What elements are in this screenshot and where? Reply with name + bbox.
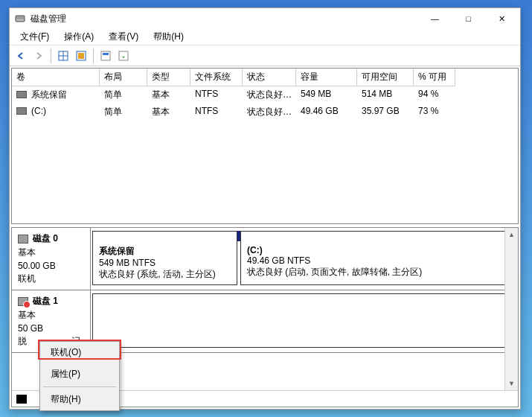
vol-layout: 简单 <box>100 86 147 104</box>
vol-free: 35.97 GB <box>357 104 414 121</box>
toolbar <box>10 45 520 66</box>
forward-button[interactable] <box>31 48 47 64</box>
menu-view[interactable]: 查看(V) <box>101 29 146 45</box>
part-b-status: 状态良好 (启动, 页面文件, 故障转储, 主分区) <box>247 266 507 278</box>
maximize-button[interactable]: □ <box>452 8 485 29</box>
col-percent[interactable]: % 可用 <box>414 69 455 86</box>
partition-c[interactable]: (C:) 49.46 GB NTFS 状态良好 (启动, 页面文件, 故障转储,… <box>240 231 513 285</box>
properties-button[interactable] <box>97 48 114 64</box>
vol-cap: 49.46 GB <box>296 104 357 121</box>
disk1-size-trail: GB <box>28 323 43 334</box>
ctx-properties[interactable]: 属性(P) <box>40 363 119 385</box>
vol-pct: 73 % <box>414 104 455 121</box>
volume-body: 系统保留 简单 基本 NTFS 状态良好 (… 549 MB 514 MB 94… <box>12 86 518 223</box>
disk1-partitions <box>91 290 518 352</box>
minimize-button[interactable]: — <box>418 8 452 29</box>
window-title: 磁盘管理 <box>31 13 418 25</box>
disk-context-menu: 联机(O) 属性(P) 帮助(H) <box>39 341 120 411</box>
menu-help[interactable]: 帮助(H) <box>146 29 191 45</box>
disk-offline-icon <box>18 297 28 306</box>
scroll-down-button[interactable]: ▼ <box>505 377 518 390</box>
vol-free: 514 MB <box>357 86 414 104</box>
svg-rect-1 <box>16 19 24 21</box>
menubar: 文件(F) 操作(A) 查看(V) 帮助(H) <box>10 29 520 45</box>
disk-row-0: 磁盘 0 基本 50.00 GB 联机 系统保留 549 MB NTFS 状态良… <box>12 228 518 290</box>
vol-fs: NTFS <box>190 104 243 121</box>
disk1-state-lead: 脱 <box>18 336 27 346</box>
svg-rect-6 <box>78 53 84 59</box>
toolbar-sep-2 <box>93 48 94 63</box>
legend-unallocated-icon <box>16 395 27 404</box>
partition-system-reserved[interactable]: 系统保留 549 MB NTFS 状态良好 (系统, 活动, 主分区) <box>92 231 237 285</box>
disk0-type: 基本 <box>18 246 84 259</box>
ctx-online[interactable]: 联机(O) <box>40 342 119 363</box>
vol-pct: 94 % <box>414 86 455 104</box>
titlebar[interactable]: 磁盘管理 — □ ✕ <box>10 8 520 29</box>
col-volume[interactable]: 卷 <box>12 69 100 86</box>
toolbar-sep <box>51 48 51 63</box>
disk0-state: 联机 <box>18 273 84 285</box>
disk0-label[interactable]: 磁盘 0 基本 50.00 GB 联机 <box>12 228 91 290</box>
close-button[interactable]: ✕ <box>485 8 519 29</box>
vol-cap: 549 MB <box>296 86 357 104</box>
back-button[interactable] <box>13 48 29 64</box>
vol-fs: NTFS <box>190 86 243 104</box>
part-a-title: 系统保留 <box>99 245 231 258</box>
menu-action[interactable]: 操作(A) <box>57 29 101 45</box>
col-type[interactable]: 类型 <box>147 69 190 86</box>
volume-icon <box>16 91 27 98</box>
vol-name: (C:) <box>31 106 46 116</box>
disk1-type: 基本 <box>18 309 84 322</box>
refresh-button[interactable] <box>73 48 89 64</box>
disk0-partitions: 系统保留 549 MB NTFS 状态良好 (系统, 活动, 主分区) (C:)… <box>91 228 518 290</box>
disk0-title: 磁盘 0 <box>33 232 58 245</box>
scroll-up-button[interactable]: ▲ <box>505 228 518 241</box>
vol-type: 基本 <box>147 104 190 121</box>
vol-status: 状态良好 (… <box>243 104 296 121</box>
window-controls: — □ ✕ <box>418 8 519 29</box>
part-a-status: 状态良好 (系统, 活动, 主分区) <box>99 268 231 281</box>
col-capacity[interactable]: 容量 <box>296 69 357 86</box>
col-filesystem[interactable]: 文件系统 <box>190 69 243 86</box>
col-free[interactable]: 可用空间 <box>357 69 414 86</box>
partition-unallocated[interactable] <box>92 293 513 348</box>
volume-header-row: 卷 布局 类型 文件系统 状态 容量 可用空间 % 可用 <box>12 69 518 86</box>
disk1-title: 磁盘 1 <box>33 295 58 308</box>
vol-layout: 简单 <box>100 104 147 121</box>
vol-type: 基本 <box>147 86 190 104</box>
view-panes-button[interactable] <box>55 48 71 64</box>
part-b-title: (C:) <box>247 245 507 255</box>
ctx-help[interactable]: 帮助(H) <box>40 389 119 410</box>
svg-rect-7 <box>101 51 110 60</box>
vol-name: 系统保留 <box>31 89 67 100</box>
col-status[interactable]: 状态 <box>243 69 296 86</box>
table-row[interactable]: (C:) 简单 基本 NTFS 状态良好 (… 49.46 GB 35.97 G… <box>12 104 518 121</box>
col-layout[interactable]: 布局 <box>100 69 147 86</box>
vol-status: 状态良好 (… <box>243 86 296 104</box>
svg-rect-9 <box>119 51 128 60</box>
svg-rect-8 <box>103 53 109 55</box>
volume-table: 卷 布局 类型 文件系统 状态 容量 可用空间 % 可用 系统保留 简单 基本 … <box>11 68 519 224</box>
table-row[interactable]: 系统保留 简单 基本 NTFS 状态良好 (… 549 MB 514 MB 94… <box>12 86 518 104</box>
disk0-size: 50.00 GB <box>18 261 84 271</box>
disk-icon <box>18 235 28 243</box>
part-a-sub: 549 MB NTFS <box>99 258 231 268</box>
help-button[interactable] <box>115 48 132 64</box>
app-icon <box>14 13 26 25</box>
part-b-sub: 49.46 GB NTFS <box>247 255 507 266</box>
ctx-separator <box>43 386 116 387</box>
volume-icon <box>16 107 27 115</box>
disk-scrollbar[interactable]: ▲ ▼ <box>504 228 518 390</box>
menu-file[interactable]: 文件(F) <box>13 29 57 45</box>
